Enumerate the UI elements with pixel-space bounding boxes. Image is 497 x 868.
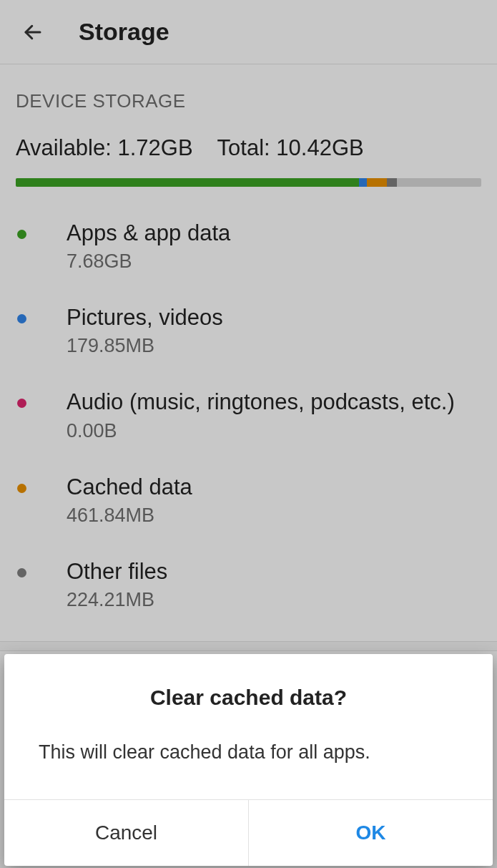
clear-cache-dialog: Clear cached data? This will clear cache… bbox=[4, 654, 493, 866]
dialog-buttons: Cancel OK bbox=[4, 799, 493, 866]
ok-button[interactable]: OK bbox=[249, 800, 493, 866]
dialog-title: Clear cached data? bbox=[4, 686, 493, 710]
cancel-button[interactable]: Cancel bbox=[4, 800, 249, 866]
dialog-message: This will clear cached data for all apps… bbox=[4, 710, 493, 799]
